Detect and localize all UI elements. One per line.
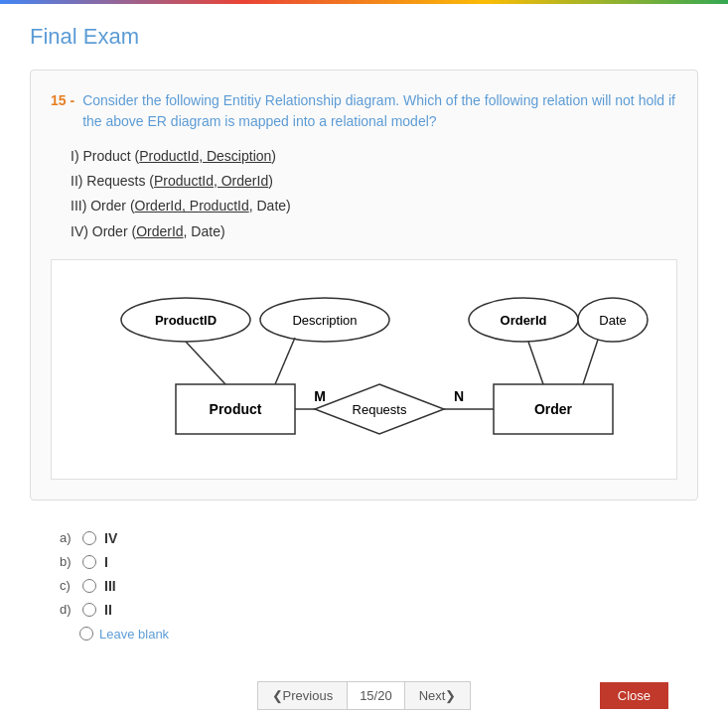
option-iii: III) Order (OrderId, ProductId, Date) <box>71 194 677 218</box>
svg-line-20 <box>528 342 543 384</box>
svg-text:M: M <box>314 388 326 404</box>
next-button[interactable]: Next❯ <box>404 681 472 710</box>
option-iv-underline: OrderId <box>136 223 183 239</box>
svg-text:OrderId: OrderId <box>500 313 546 328</box>
er-diagram-container: ProductID Description OrderId Date Produ… <box>51 259 677 480</box>
question-number: 15 - <box>51 90 74 132</box>
answer-value-b[interactable]: I <box>104 554 108 570</box>
answer-option-d: d) II <box>60 602 668 618</box>
answer-option-a: a) IV <box>60 530 668 546</box>
page-indicator: 15/20 <box>348 681 404 710</box>
question-card: 15 - Consider the following Entitiy Rela… <box>30 70 698 500</box>
svg-text:N: N <box>453 388 463 404</box>
svg-text:Order: Order <box>533 401 572 417</box>
answer-value-a[interactable]: IV <box>104 530 117 546</box>
option-i: I) Product (ProductId, Desciption) <box>71 144 677 169</box>
question-header: 15 - Consider the following Entitiy Rela… <box>51 90 677 132</box>
answer-section: a) IV b) I c) III d) II <box>30 520 698 651</box>
svg-text:Date: Date <box>599 313 626 328</box>
answer-value-c[interactable]: III <box>104 578 116 594</box>
page-container: Final Exam 15 - Consider the following E… <box>0 4 728 714</box>
option-i-underline: ProductId, Desciption <box>139 148 271 164</box>
radio-d[interactable] <box>82 603 96 617</box>
answer-option-c: c) III <box>60 578 668 594</box>
leave-blank-option[interactable]: Leave blank <box>79 626 668 642</box>
prev-button[interactable]: ❮Previous <box>257 681 349 710</box>
answer-label-b: b) <box>60 554 74 569</box>
answer-value-d[interactable]: II <box>104 602 112 618</box>
option-ii: II) Requests (ProductId, OrderId) <box>71 169 677 194</box>
option-ii-underline: ProductId, OrderId <box>154 173 268 189</box>
radio-c[interactable] <box>82 579 96 593</box>
option-iv: IV) Order (OrderId, Date) <box>71 219 677 244</box>
leave-blank-label[interactable]: Leave blank <box>99 626 169 642</box>
svg-line-21 <box>583 340 598 384</box>
svg-line-8 <box>186 342 225 384</box>
option-iii-underline: OrderId, ProductId <box>135 198 249 214</box>
radio-blank[interactable] <box>79 627 93 641</box>
options-list: I) Product (ProductId, Desciption) II) R… <box>71 144 677 244</box>
svg-text:Description: Description <box>292 313 357 328</box>
svg-text:ProductID: ProductID <box>154 313 216 328</box>
svg-text:Product: Product <box>209 401 261 417</box>
answer-label-a: a) <box>60 530 74 545</box>
radio-b[interactable] <box>82 555 96 569</box>
page-title: Final Exam <box>30 24 698 50</box>
question-text: Consider the following Entitiy Relations… <box>82 90 677 132</box>
answer-label-c: c) <box>60 578 74 593</box>
svg-text:Requests: Requests <box>352 402 406 417</box>
close-button[interactable]: Close <box>600 682 668 709</box>
radio-a[interactable] <box>82 531 96 545</box>
answer-option-b: b) I <box>60 554 668 570</box>
answer-label-d: d) <box>60 602 74 617</box>
nav-footer: ❮Previous 15/20 Next❯ Close <box>30 681 698 710</box>
er-diagram: ProductID Description OrderId Date Produ… <box>76 280 653 459</box>
svg-line-9 <box>275 338 295 384</box>
